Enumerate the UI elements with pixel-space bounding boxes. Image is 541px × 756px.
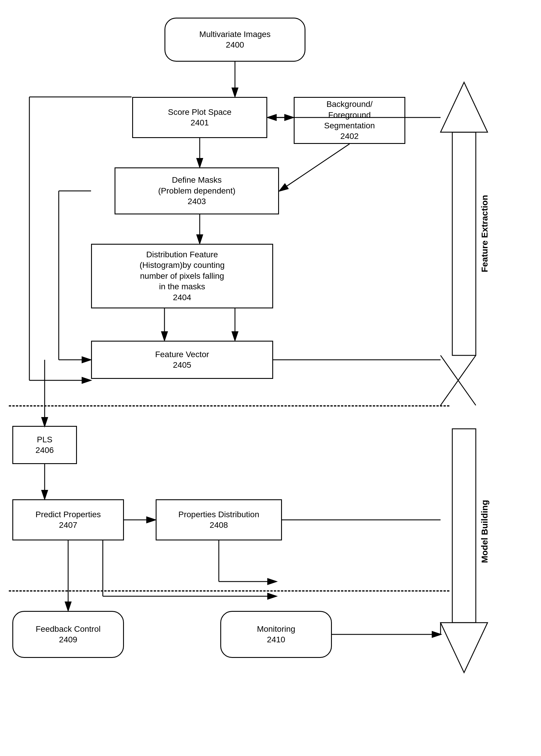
node-multivariate-number: 2400 — [226, 40, 244, 50]
feature-extraction-label: Feature Extraction — [476, 62, 493, 405]
node-predict-properties: Predict Properties 2407 — [12, 499, 124, 541]
node-feature-vector-label: Feature Vector — [155, 349, 209, 360]
node-pls: PLS 2406 — [12, 426, 77, 464]
node-prop-distribution-number: 2408 — [210, 520, 228, 531]
node-dist-feature-label: Distribution Feature (Histogram)by count… — [140, 249, 225, 292]
node-score-plot-label: Score Plot Space — [168, 107, 232, 118]
node-define-masks-number: 2403 — [188, 196, 206, 207]
node-bg-fg-number: 2402 — [340, 131, 358, 142]
node-monitoring-label: Monitoring — [257, 624, 295, 634]
node-bg-fg: Background/ Foreground Segmentation 2402 — [294, 97, 405, 144]
node-feedback-control: Feedback Control 2409 — [12, 611, 124, 658]
node-score-plot: Score Plot Space 2401 — [132, 97, 267, 138]
node-score-plot-number: 2401 — [191, 118, 209, 128]
node-dist-feature-number: 2404 — [173, 292, 191, 303]
node-define-masks-label: Define Masks (Problem dependent) — [158, 175, 235, 196]
node-bg-fg-label: Background/ Foreground Segmentation — [324, 99, 375, 131]
node-feature-vector-number: 2405 — [173, 360, 191, 370]
dashed-line-1 — [9, 405, 449, 407]
node-feedback-control-label: Feedback Control — [36, 624, 101, 634]
node-prop-distribution: Properties Distribution 2408 — [156, 499, 282, 541]
node-define-masks: Define Masks (Problem dependent) 2403 — [115, 168, 279, 214]
node-dist-feature: Distribution Feature (Histogram)by count… — [91, 244, 273, 308]
node-predict-properties-number: 2407 — [59, 520, 77, 531]
node-multivariate-label: Multivariate Images — [200, 29, 271, 40]
dashed-line-2 — [9, 590, 449, 591]
node-predict-properties-label: Predict Properties — [36, 509, 101, 520]
node-multivariate: Multivariate Images 2400 — [165, 18, 305, 62]
svg-rect-9 — [452, 429, 476, 623]
node-monitoring-number: 2410 — [267, 634, 285, 645]
node-feature-vector: Feature Vector 2405 — [91, 341, 273, 379]
svg-line-12 — [440, 355, 476, 405]
svg-line-11 — [440, 355, 476, 405]
svg-line-5 — [279, 144, 349, 191]
node-feedback-control-number: 2409 — [59, 634, 77, 645]
node-pls-label: PLS — [37, 434, 53, 445]
node-prop-distribution-label: Properties Distribution — [178, 509, 259, 520]
model-building-label: Model Building — [476, 405, 493, 658]
node-pls-number: 2406 — [36, 445, 54, 456]
node-monitoring: Monitoring 2410 — [220, 611, 332, 658]
svg-rect-7 — [452, 132, 476, 355]
